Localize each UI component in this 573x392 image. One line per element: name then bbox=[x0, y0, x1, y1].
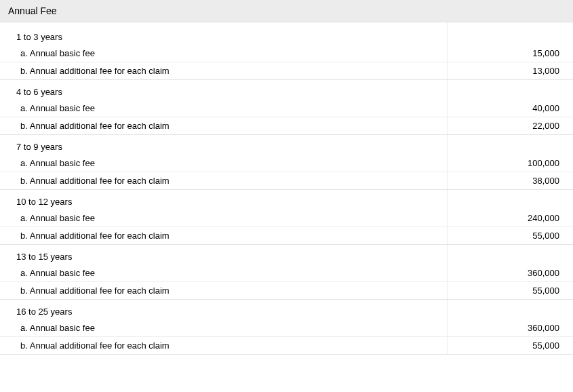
fee-value: 40,000 bbox=[448, 100, 573, 117]
table-row: 10 to 12 years bbox=[0, 190, 573, 210]
group-range: 7 to 9 years bbox=[0, 135, 448, 155]
table-row: 7 to 9 years bbox=[0, 135, 573, 155]
fee-label: a. Annual basic fee bbox=[0, 210, 448, 227]
fee-value: 38,000 bbox=[448, 172, 573, 190]
fee-label: b. Annual additional fee for each claim bbox=[0, 62, 448, 80]
group-range: 13 to 15 years bbox=[0, 245, 448, 265]
fee-value: 360,000 bbox=[448, 264, 573, 282]
fee-label: b. Annual additional fee for each claim bbox=[0, 172, 448, 190]
fee-value: 15,000 bbox=[448, 45, 573, 62]
table-row: b. Annual additional fee for each claim … bbox=[0, 62, 573, 80]
table-row: a. Annual basic fee 15,000 bbox=[0, 45, 573, 62]
fee-value: 55,000 bbox=[448, 282, 573, 300]
table-row: 16 to 25 years bbox=[0, 300, 573, 320]
table-row: 4 to 6 years bbox=[0, 80, 573, 100]
table-row: a. Annual basic fee 360,000 bbox=[0, 319, 573, 337]
table-row: b. Annual additional fee for each claim … bbox=[0, 337, 573, 355]
fee-label: b. Annual additional fee for each claim bbox=[0, 337, 448, 355]
table-row: a. Annual basic fee 40,000 bbox=[0, 100, 573, 117]
table-row: b. Annual additional fee for each claim … bbox=[0, 117, 573, 135]
fee-label: a. Annual basic fee bbox=[0, 155, 448, 172]
fee-label: a. Annual basic fee bbox=[0, 100, 448, 117]
fee-table: 1 to 3 years a. Annual basic fee 15,000 … bbox=[0, 22, 573, 355]
group-range: 1 to 3 years bbox=[0, 22, 448, 45]
group-range: 4 to 6 years bbox=[0, 80, 448, 100]
table-row: 1 to 3 years bbox=[0, 22, 573, 45]
fee-value: 22,000 bbox=[448, 117, 573, 135]
group-range: 16 to 25 years bbox=[0, 300, 448, 320]
fee-label: a. Annual basic fee bbox=[0, 319, 448, 337]
fee-value: 55,000 bbox=[448, 227, 573, 245]
group-range: 10 to 12 years bbox=[0, 190, 448, 210]
fee-value: 360,000 bbox=[448, 319, 573, 337]
table-row: b. Annual additional fee for each claim … bbox=[0, 282, 573, 300]
table-row: b. Annual additional fee for each claim … bbox=[0, 172, 573, 190]
table-row: 13 to 15 years bbox=[0, 245, 573, 265]
fee-value: 100,000 bbox=[448, 155, 573, 172]
table-row: a. Annual basic fee 360,000 bbox=[0, 264, 573, 282]
table-row: a. Annual basic fee 100,000 bbox=[0, 155, 573, 172]
fee-label: b. Annual additional fee for each claim bbox=[0, 117, 448, 135]
fee-value: 240,000 bbox=[448, 210, 573, 227]
table-header: Annual Fee bbox=[0, 0, 573, 22]
table-row: a. Annual basic fee 240,000 bbox=[0, 210, 573, 227]
fee-value: 55,000 bbox=[448, 337, 573, 355]
fee-label: a. Annual basic fee bbox=[0, 45, 448, 62]
fee-label: b. Annual additional fee for each claim bbox=[0, 282, 448, 300]
fee-label: a. Annual basic fee bbox=[0, 264, 448, 282]
fee-label: b. Annual additional fee for each claim bbox=[0, 227, 448, 245]
fee-value: 13,000 bbox=[448, 62, 573, 80]
table-title: Annual Fee bbox=[8, 5, 57, 16]
table-row: b. Annual additional fee for each claim … bbox=[0, 227, 573, 245]
